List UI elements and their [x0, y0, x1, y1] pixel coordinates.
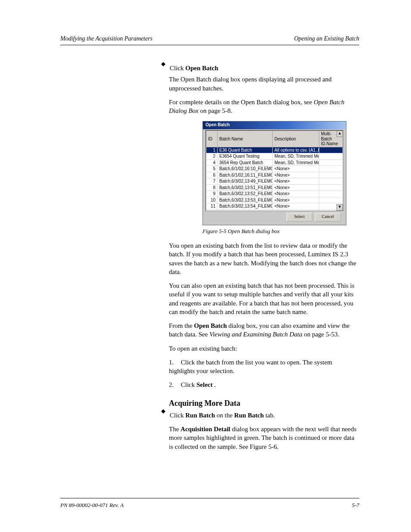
- table-cell: 2: [206, 153, 218, 160]
- table-cell: [319, 153, 343, 160]
- col-id[interactable]: ID: [206, 131, 218, 147]
- table-cell: Batch,6/3/02,13:51_FILEMODE: [218, 184, 273, 191]
- open-batch-bullet: Click Open Batch: [170, 64, 358, 72]
- batch-table: ID Batch Name Description Multi-Batch ID…: [206, 131, 343, 211]
- table-cell: <None>: [273, 209, 319, 211]
- table-row[interactable]: 5Batch,6/1/02,16:10_FILEMODE<None>: [206, 166, 343, 172]
- table-cell: Batch,6/1/02,16:11_FILEMODE: [218, 172, 273, 178]
- table-cell: Batch,6/3/02,13:49_FILEMODE: [218, 178, 273, 185]
- table-cell: 12: [206, 209, 218, 211]
- diamond-bullet-icon: [161, 407, 165, 411]
- table-cell: 5: [206, 166, 218, 172]
- table-cell: [319, 166, 343, 172]
- table-cell: Batch,6/1/02,16:10_FILEMODE: [218, 166, 273, 172]
- footer-right: 5-7: [352, 502, 359, 509]
- running-header-left: Modifying the Acquisition Parameters: [60, 35, 153, 43]
- open-batch-dialog: Open Batch ID Batch Name Description Mul…: [202, 121, 346, 225]
- table-row[interactable]: 12Batch,6/3/02,14:13_FILEMODE<None>: [206, 209, 343, 211]
- table-cell: Batch,6/3/02,13:54_FILEMODE: [218, 203, 273, 210]
- table-cell: 1: [206, 147, 218, 153]
- select-button[interactable]: Select: [286, 213, 312, 221]
- batch-table-area: ID Batch Name Description Multi-Batch ID…: [206, 130, 343, 211]
- table-row[interactable]: 11Batch,6/3/02,13:54_FILEMODE<None>: [206, 203, 343, 210]
- bottom-rule: [60, 498, 359, 498]
- table-cell: <None>: [273, 166, 319, 172]
- table-cell: [319, 172, 343, 178]
- para-1: You open an existing batch from the list…: [169, 241, 358, 276]
- table-cell: [319, 184, 343, 191]
- table-cell: Mean, SD, Trimmed Mean: [273, 153, 319, 160]
- table-cell: <None>: [273, 191, 319, 197]
- figure-caption: Figure 5-5 Open Batch dialog box: [202, 228, 358, 235]
- run-batch-bullet: Click Run Batch on the Run Batch tab.: [170, 411, 358, 420]
- running-header: Modifying the Acquisition Parameters Ope…: [60, 35, 359, 43]
- table-row[interactable]: 43654 Rep Quant BatchMean, SD, Trimmed M…: [206, 159, 343, 166]
- table-cell: [319, 197, 343, 203]
- para-2: You can also open an existing batch that…: [169, 281, 358, 316]
- table-cell: All options to csv. (A1..B1): [273, 147, 319, 153]
- table-cell: 10: [206, 197, 218, 203]
- scroll-down-icon[interactable]: ▼: [336, 204, 343, 211]
- open-batch-intro-1: The Open Batch dialog box opens displayi…: [169, 75, 358, 93]
- step-1: 1. Click the batch from the list you wan…: [169, 358, 358, 376]
- table-row[interactable]: 1E36 Quant BatchAll options to csv. (A1.…: [206, 147, 343, 153]
- batch-table-header-row: ID Batch Name Description Multi-Batch ID…: [206, 131, 343, 147]
- table-cell: 3654 Rep Quant Batch: [218, 159, 273, 166]
- table-cell: 11: [206, 203, 218, 210]
- table-cell: Batch,6/3/02,13:53_FILEMODE: [218, 197, 273, 203]
- open-batch-intro-2: For complete details on the Open Batch d…: [169, 98, 358, 115]
- para-3: From the Open Batch dialog box, you can …: [169, 321, 358, 339]
- table-row[interactable]: 2E3654 Quant TestingMean, SD, Trimmed Me…: [206, 153, 343, 160]
- page-footer: PN 89-00002-00-071 Rev. A 5-7: [60, 502, 359, 509]
- table-cell: <None>: [273, 197, 319, 203]
- diamond-bullet-icon: [161, 60, 165, 64]
- table-cell: <None>: [273, 172, 319, 178]
- table-cell: 8: [206, 184, 218, 191]
- table-cell: Batch,6/3/02,14:13_FILEMODE: [218, 209, 273, 211]
- table-cell: 6: [206, 172, 218, 178]
- running-header-right: Opening an Existing Batch: [294, 35, 359, 43]
- table-row[interactable]: 10Batch,6/3/02,13:53_FILEMODE<None>: [206, 197, 343, 203]
- col-name[interactable]: Batch Name: [218, 131, 273, 147]
- table-row[interactable]: 6Batch,6/1/02,16:11_FILEMODE<None>: [206, 172, 343, 178]
- open-batch-intro-2b: on page 5-8.: [200, 107, 233, 114]
- table-cell: <None>: [273, 178, 319, 185]
- table-cell: Batch,6/3/02,13:52_FILEMODE: [218, 191, 273, 197]
- para-5: The Acquisition Detail dialog box appear…: [169, 425, 358, 451]
- table-cell: E3654 Quant Testing: [218, 153, 273, 160]
- para-4: To open an existing batch:: [169, 344, 358, 353]
- scroll-up-icon[interactable]: ▲: [336, 131, 343, 137]
- table-cell: 4: [206, 159, 218, 166]
- table-cell: [319, 147, 343, 153]
- section-title: Acquiring More Data: [169, 398, 358, 408]
- cancel-button[interactable]: Cancel: [315, 213, 341, 221]
- table-cell: [319, 178, 343, 185]
- step-2: 2. Click Select .: [169, 380, 358, 389]
- table-cell: [319, 159, 343, 166]
- table-cell: Mean, SD, Trimmed Mean: [273, 159, 319, 166]
- dialog-titlebar[interactable]: Open Batch: [203, 121, 346, 129]
- open-batch-intro-2a: For complete details on the Open Batch d…: [169, 99, 314, 106]
- table-row[interactable]: 9Batch,6/3/02,13:52_FILEMODE<None>: [206, 191, 343, 197]
- table-row[interactable]: 7Batch,6/3/02,13:49_FILEMODE<None>: [206, 178, 343, 185]
- table-cell: <None>: [273, 203, 319, 210]
- table-cell: <None>: [273, 184, 319, 191]
- table-cell: E36 Quant Batch: [218, 147, 273, 153]
- table-cell: 7: [206, 178, 218, 185]
- footer-left: PN 89-00002-00-071 Rev. A: [60, 502, 124, 509]
- table-row[interactable]: 8Batch,6/3/02,13:51_FILEMODE<None>: [206, 184, 343, 191]
- table-cell: 9: [206, 191, 218, 197]
- content-column: Click Open Batch The Open Batch dialog b…: [169, 64, 358, 456]
- top-rule: [60, 45, 359, 45]
- col-desc[interactable]: Description: [273, 131, 319, 147]
- table-cell: [319, 191, 343, 197]
